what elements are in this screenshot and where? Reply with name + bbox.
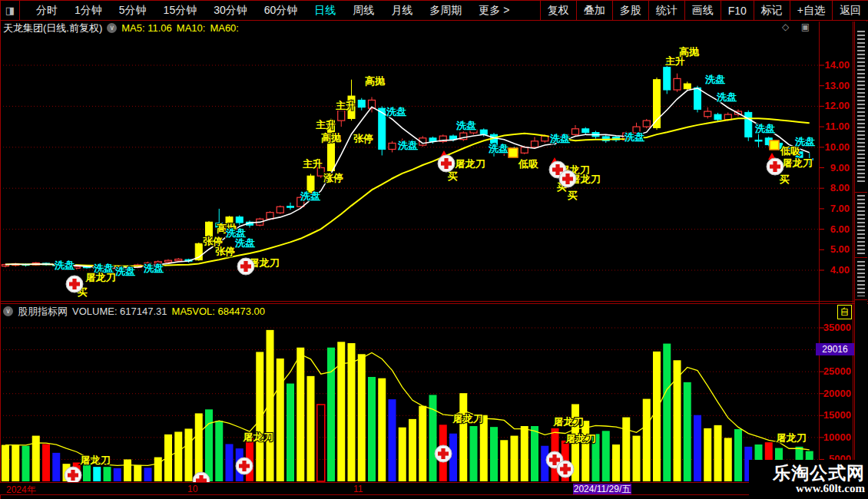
indicator-name[interactable]: 股朋指标网 bbox=[18, 305, 68, 319]
candle-73[interactable] bbox=[745, 111, 752, 141]
volume-bar-34[interactable] bbox=[348, 343, 356, 481]
volume-bar-12[interactable] bbox=[124, 459, 131, 481]
date-axis[interactable]: 2024年 10 11 2024/11/29/五 bbox=[0, 482, 868, 495]
candle-74[interactable] bbox=[755, 134, 762, 147]
f10-button[interactable]: F10 bbox=[721, 1, 754, 20]
mark-button[interactable]: 标记 bbox=[754, 1, 790, 20]
volume-bar-28[interactable] bbox=[287, 384, 294, 481]
volume-bar-35[interactable] bbox=[358, 354, 366, 481]
volume-bar-46[interactable] bbox=[470, 426, 478, 481]
volume-bar-29[interactable] bbox=[297, 348, 304, 481]
volume-bar-2[interactable] bbox=[22, 446, 30, 481]
volume-bar-48[interactable] bbox=[490, 427, 498, 481]
volume-bar-42[interactable] bbox=[429, 395, 437, 481]
volume-bar-8[interactable] bbox=[83, 464, 91, 481]
volume-bar-30[interactable] bbox=[307, 376, 315, 481]
candle-52[interactable] bbox=[532, 137, 538, 148]
volume-bar-10[interactable] bbox=[104, 467, 111, 481]
volume-bar-16[interactable] bbox=[164, 435, 172, 481]
volume-bar-49[interactable] bbox=[500, 440, 508, 481]
volume-bar-22[interactable] bbox=[226, 444, 234, 481]
volume-bar-27[interactable] bbox=[277, 359, 284, 481]
volume-bar-65[interactable] bbox=[663, 344, 671, 481]
candle-66[interactable] bbox=[674, 74, 681, 92]
stock-title[interactable]: 天龙集团(日线.前复权) bbox=[3, 21, 102, 35]
statistics-button[interactable]: 统计 bbox=[648, 1, 684, 20]
overlay-button[interactable]: 叠加 bbox=[576, 1, 612, 20]
volume-bar-63[interactable] bbox=[643, 399, 651, 481]
volume-bar-62[interactable] bbox=[633, 436, 641, 481]
candle-28[interactable] bbox=[287, 203, 294, 210]
tab-30min[interactable]: 30分钟 bbox=[205, 4, 256, 18]
candle-16[interactable] bbox=[165, 259, 172, 263]
tab-15min[interactable]: 15分钟 bbox=[155, 4, 206, 18]
volume-bar-40[interactable] bbox=[409, 419, 416, 481]
volume-bar-61[interactable] bbox=[622, 418, 630, 481]
volume-bar-1[interactable] bbox=[12, 445, 19, 481]
kline-and-volume-plot[interactable]: 14.0013.0012.0011.0010.009.008.007.006.0… bbox=[0, 0, 868, 499]
volume-bar-9[interactable] bbox=[93, 467, 101, 481]
add-watchlist-button[interactable]: +自选 bbox=[790, 1, 832, 20]
tab-daily[interactable]: 日线 bbox=[306, 4, 344, 18]
right-sidebar-vertical-text[interactable] bbox=[854, 21, 867, 495]
pane-separator[interactable] bbox=[0, 301, 868, 302]
tab-multi-period[interactable]: 多周期 bbox=[421, 4, 470, 18]
volume-bar-11[interactable] bbox=[114, 468, 121, 481]
volume-bar-67[interactable] bbox=[684, 382, 691, 481]
volume-bar-41[interactable] bbox=[419, 406, 426, 481]
candle-27[interactable] bbox=[277, 206, 283, 214]
volume-bar-15[interactable] bbox=[154, 458, 162, 481]
volume-bar-14[interactable] bbox=[144, 468, 152, 481]
candle-56[interactable] bbox=[572, 125, 579, 136]
volume-bar-13[interactable] bbox=[134, 465, 141, 481]
volume-bar-36[interactable] bbox=[368, 377, 376, 481]
draw-line-button[interactable]: 画线 bbox=[684, 1, 721, 20]
volume-bar-45[interactable] bbox=[459, 393, 467, 481]
candle-35[interactable] bbox=[358, 98, 365, 111]
tab-more[interactable]: 更多 > bbox=[470, 4, 518, 18]
window-layout-icon[interactable]: ◨ bbox=[1, 1, 20, 20]
volume-bar-4[interactable] bbox=[42, 444, 50, 481]
volume-bar-17[interactable] bbox=[174, 431, 182, 481]
candle-23[interactable] bbox=[236, 215, 243, 225]
custom-indicator-badge[interactable]: 自 bbox=[837, 305, 852, 319]
volume-bar-50[interactable] bbox=[511, 436, 518, 481]
tab-5min[interactable]: 5分钟 bbox=[111, 4, 155, 18]
volume-bars-layer[interactable] bbox=[2, 330, 813, 481]
tab-60min[interactable]: 60分钟 bbox=[256, 4, 306, 18]
tab-timeshare[interactable]: 分时 bbox=[28, 4, 66, 18]
volume-bar-72[interactable] bbox=[734, 429, 742, 481]
volume-bar-70[interactable] bbox=[714, 425, 722, 481]
restore-rights-button[interactable]: 复权 bbox=[540, 1, 576, 20]
volume-bar-21[interactable] bbox=[215, 421, 223, 481]
volume-bar-51[interactable] bbox=[521, 426, 528, 481]
volume-bar-39[interactable] bbox=[399, 428, 406, 481]
tab-weekly[interactable]: 周线 bbox=[344, 4, 383, 18]
candle-43[interactable] bbox=[439, 134, 446, 143]
pane-corner-icons[interactable]: ◇ ▣ bbox=[782, 21, 814, 32]
candle-70[interactable] bbox=[714, 113, 721, 121]
volume-bar-47[interactable] bbox=[480, 415, 488, 481]
volume-bar-19[interactable] bbox=[195, 413, 203, 481]
volume-bar-26[interactable] bbox=[267, 330, 274, 481]
volume-bar-60[interactable] bbox=[612, 444, 620, 481]
chevron-down-icon[interactable]: ∨ bbox=[3, 306, 13, 316]
candle-38[interactable] bbox=[389, 141, 396, 153]
volume-bar-57[interactable] bbox=[581, 421, 589, 481]
volume-bar-25[interactable] bbox=[256, 352, 263, 481]
volume-bar-18[interactable] bbox=[185, 428, 193, 481]
volume-bar-68[interactable] bbox=[694, 415, 701, 481]
candle-45[interactable] bbox=[460, 131, 467, 141]
volume-bar-20[interactable] bbox=[205, 409, 213, 481]
volume-bar-71[interactable] bbox=[724, 438, 732, 481]
candle-57[interactable] bbox=[582, 127, 589, 135]
tab-1min[interactable]: 1分钟 bbox=[66, 4, 111, 18]
candle-69[interactable] bbox=[704, 107, 711, 119]
chevron-down-icon[interactable]: ∨ bbox=[107, 23, 117, 33]
volume-bar-52[interactable] bbox=[531, 426, 538, 481]
multi-stock-button[interactable]: 多股 bbox=[612, 1, 648, 20]
volume-bar-64[interactable] bbox=[653, 352, 661, 481]
tab-monthly[interactable]: 月线 bbox=[383, 4, 421, 18]
volume-bar-33[interactable] bbox=[337, 342, 345, 481]
volume-bar-37[interactable] bbox=[378, 378, 386, 481]
